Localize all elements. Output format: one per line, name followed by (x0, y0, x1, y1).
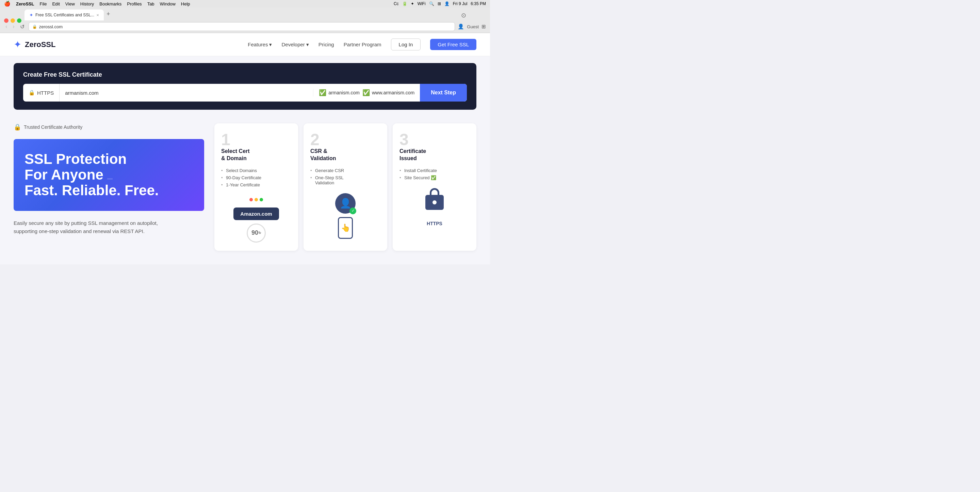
get-free-ssl-button[interactable]: Get Free SSL (430, 39, 476, 50)
bookmarks-menu[interactable]: Bookmarks (97, 2, 124, 6)
help-menu[interactable]: Help (178, 2, 193, 6)
clock-display: Fri 9 Jul 6:35 PM (453, 2, 486, 6)
features-nav-link[interactable]: Features ▾ (248, 42, 272, 48)
tab-menu[interactable]: Tab (145, 2, 157, 6)
hero-line1: SSL Protection (24, 151, 193, 167)
window-menu[interactable]: Window (157, 2, 178, 6)
reload-button[interactable]: ↺ (19, 23, 26, 31)
ssl-input-row: 🔒 HTTPS ✅ armanism.com ✅ www.armanism.co… (23, 84, 467, 102)
maximize-button[interactable] (17, 18, 21, 23)
https-text: HTTPS (37, 90, 54, 96)
forward-button[interactable]: › (11, 23, 16, 30)
features-chevron-icon: ▾ (269, 42, 272, 48)
developer-label: Developer (282, 42, 305, 47)
view-menu[interactable]: View (63, 2, 78, 6)
pricing-nav-link[interactable]: Pricing (318, 42, 334, 47)
step1-title: Select Cert& Domain (221, 148, 291, 162)
site-logo[interactable]: ✦ ZeroSSL (14, 39, 56, 50)
profiles-menu[interactable]: Profiles (124, 2, 144, 6)
wifi-icon: WiFi (417, 2, 426, 6)
back-button[interactable]: ‹ (4, 23, 8, 30)
ssl-banner: Create Free SSL Certificate 🔒 HTTPS ✅ ar… (14, 63, 476, 110)
next-step-button[interactable]: Next Step (420, 84, 467, 102)
developer-chevron-icon: ▾ (306, 42, 309, 48)
guest-label[interactable]: Guest (467, 24, 479, 29)
trusted-text: Trusted Certificate Authority (24, 125, 82, 130)
active-tab[interactable]: ✦ Free SSL Certificates and SSL... ✕ (24, 10, 104, 21)
check-icon-1: ✅ (319, 89, 326, 96)
edit-menu[interactable]: Edit (49, 2, 62, 6)
search-icon[interactable]: 🔍 (429, 2, 434, 6)
partner-nav-link[interactable]: Partner Program (344, 42, 382, 47)
check-icon-2: ✅ (363, 89, 370, 96)
notification-icon[interactable]: ⊙ (461, 11, 466, 19)
address-text: zerossl.com (39, 24, 63, 29)
phone-icon: 👆 (338, 217, 353, 239)
validation-item-1: ✅ armanism.com (319, 89, 360, 96)
lock-shackle (430, 188, 439, 195)
hero-line2: For Anyone (24, 167, 193, 183)
hero-description: Easily secure any site by putting SSL ma… (14, 219, 204, 235)
validation-domain-1: armanism.com (328, 90, 360, 96)
https-badge: HTTPS (427, 221, 442, 226)
account-icon[interactable]: 👤 (444, 2, 450, 6)
battery-icon: 🔋 (402, 2, 407, 6)
steps-column: 1 Select Cert& Domain Select Domains 90-… (215, 123, 476, 251)
extensions-icon[interactable]: ⊞ (482, 24, 486, 30)
https-lock-icon: 🔒 (29, 89, 35, 96)
step2-number: 2 (310, 131, 380, 148)
apple-menu[interactable]: 🍎 (4, 1, 11, 7)
page-content: ✦ ZeroSSL Features ▾ Developer ▾ Pricing… (0, 33, 490, 264)
domain-input[interactable] (60, 84, 313, 102)
step2-item-2: One-Step SSLValidation (310, 174, 380, 186)
hero-accent (107, 178, 113, 180)
bluetooth-icon: ✦ (411, 2, 414, 6)
hero-image: SSL Protection For Anyone Fast. Reliable… (14, 139, 204, 211)
hero-line3: Fast. Reliable. Free. (24, 183, 193, 198)
new-tab-button[interactable]: + (104, 9, 113, 19)
history-menu[interactable]: History (78, 2, 97, 6)
tab-close-button[interactable]: ✕ (96, 13, 99, 17)
dots-row (250, 198, 263, 201)
step2-visual: 👤 ✓ 👆 (310, 193, 380, 239)
step3-items: Install Certificate Site Secured ✅ (399, 167, 469, 181)
main-content: 🔒 Trusted Certificate Authority SSL Prot… (0, 117, 490, 264)
validation-domain-2: www.armanism.com (372, 90, 414, 96)
lock-visual (423, 188, 447, 215)
tab-bar: ✦ Free SSL Certificates and SSL... ✕ + ⊙ (0, 8, 490, 21)
validation-item-2: ✅ www.armanism.com (363, 89, 414, 96)
partner-label: Partner Program (344, 42, 382, 47)
step1-number: 1 (221, 131, 291, 148)
person-check-icon: ✓ (350, 208, 356, 214)
step1-item-2: 90-Day Certificate (221, 174, 291, 181)
control-center-icon[interactable]: ⊞ (438, 2, 441, 6)
ninety-badge: 90 ↻ (247, 224, 266, 243)
developer-nav-link[interactable]: Developer ▾ (282, 42, 309, 48)
browser-right-icons: 👤 Guest ⊞ (458, 24, 486, 30)
site-secured-check-icon: ✅ (431, 175, 436, 180)
logo-text: ZeroSSL (25, 40, 56, 49)
browser-chrome: ✦ Free SSL Certificates and SSL... ✕ + ⊙… (0, 8, 490, 33)
close-button[interactable] (4, 18, 8, 23)
https-label: 🔒 HTTPS (23, 84, 60, 102)
macos-menubar: 🍎 ZeroSSL File Edit View History Bookmar… (0, 0, 490, 8)
traffic-lights[interactable] (4, 18, 21, 23)
features-label: Features (248, 42, 268, 47)
login-button[interactable]: Log In (391, 38, 421, 50)
lock-keyhole (433, 200, 437, 204)
step2-items: Generate CSR One-Step SSLValidation (310, 167, 380, 186)
file-menu[interactable]: File (37, 2, 49, 6)
step1-item-1: Select Domains (221, 167, 291, 174)
minimize-button[interactable] (11, 18, 15, 23)
amazon-badge: Amazon.com (234, 208, 279, 220)
shield-icon: 🔒 (14, 123, 21, 131)
step3-visual: HTTPS (399, 188, 469, 226)
nav-links: Features ▾ Developer ▾ Pricing Partner P… (248, 38, 476, 50)
address-input[interactable]: 🔒 zerossl.com (29, 22, 455, 31)
account-circle-icon[interactable]: 👤 (458, 24, 464, 30)
step3-number: 3 (399, 131, 469, 148)
chrome-menu[interactable]: ZeroSSL (13, 2, 37, 6)
step-1-card: 1 Select Cert& Domain Select Domains 90-… (215, 123, 298, 251)
pricing-label: Pricing (318, 42, 334, 47)
step1-item-3: 1-Year Certificate (221, 181, 291, 188)
